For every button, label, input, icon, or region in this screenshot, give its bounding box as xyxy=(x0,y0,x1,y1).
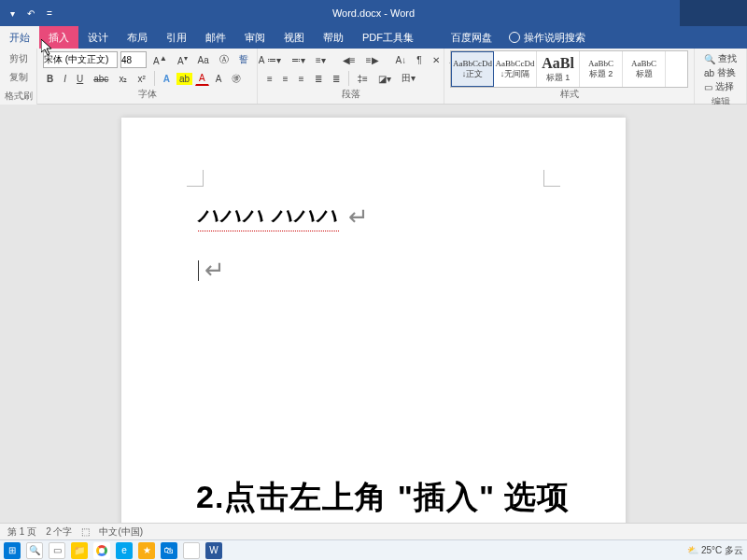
font-color-button[interactable]: A xyxy=(195,71,209,86)
status-words[interactable]: 2 个字 xyxy=(46,525,72,539)
quick-access-toolbar: ▾ ↶ = xyxy=(0,7,56,20)
align-left-button[interactable]: ≡ xyxy=(263,72,276,86)
minimize-button[interactable] xyxy=(680,0,713,26)
bulb-icon xyxy=(509,32,520,43)
line-spacing-button[interactable]: ‡≡ xyxy=(354,72,372,86)
borders-button[interactable]: 田▾ xyxy=(398,70,419,87)
clipboard-panel: 剪切 复制 格式刷 xyxy=(0,49,37,105)
highlight-button[interactable]: ab xyxy=(176,73,192,85)
multilevel-button[interactable]: ≡▾ xyxy=(312,53,330,67)
shading-button[interactable]: ◪▾ xyxy=(374,72,395,86)
find-button[interactable]: 🔍查找 xyxy=(704,52,737,65)
clear-format-button[interactable]: Ⓐ xyxy=(216,51,233,68)
undo-icon[interactable]: ↶ xyxy=(24,7,37,20)
styles-group-label: 样式 xyxy=(450,88,688,102)
edge-icon[interactable]: e xyxy=(116,542,133,559)
style-heading1[interactable]: AaBl 标题 1 xyxy=(537,51,580,87)
shrink-font-button[interactable]: A▾ xyxy=(174,51,191,68)
status-proof-icon[interactable]: ⬚ xyxy=(81,526,90,537)
style-no-spacing[interactable]: AaBbCcDd ↓无间隔 xyxy=(494,51,537,87)
editing-group: 🔍查找 ab替换 ▭选择 编辑 xyxy=(695,49,747,104)
store-icon[interactable]: 🛍 xyxy=(161,542,177,559)
styles-gallery[interactable]: AaBbCcDd ↓正文 AaBbCcDd ↓无间隔 AaBl 标题 1 AaB… xyxy=(450,50,688,88)
font-group-label: 字体 xyxy=(43,88,251,102)
cut-label[interactable]: 剪切 xyxy=(9,52,28,65)
decrease-indent-button[interactable]: ◀≡ xyxy=(339,53,359,67)
chrome-icon[interactable] xyxy=(93,542,110,559)
tell-me-search[interactable]: 操作说明搜索 xyxy=(501,31,585,45)
grow-font-button[interactable]: A▲ xyxy=(149,51,171,68)
underline-button[interactable]: U xyxy=(73,72,87,86)
copy-label[interactable]: 复制 xyxy=(9,71,28,84)
sort-button[interactable]: A↓ xyxy=(392,53,411,67)
explorer-icon[interactable]: 📁 xyxy=(71,542,88,559)
align-right-button[interactable]: ≡ xyxy=(295,72,308,86)
replace-icon: ab xyxy=(704,68,714,78)
bullets-button[interactable]: ≔▾ xyxy=(263,53,285,67)
page[interactable]: ハハハ ハハハ ↵ ↵ xyxy=(121,118,626,523)
tab-design[interactable]: 设计 xyxy=(78,26,118,49)
search-icon[interactable]: 🔍 xyxy=(26,542,43,559)
ribbon: A▲ A▾ Aa Ⓐ 誓 A B I U abc x₂ x² A ab A A … xyxy=(0,49,747,105)
tab-help[interactable]: 帮助 xyxy=(314,26,353,49)
bold-button[interactable]: B xyxy=(43,72,57,86)
distribute-button[interactable]: ≣ xyxy=(329,72,344,86)
enclose-button[interactable]: ㊝ xyxy=(228,70,245,87)
window-title: Word.docx - Word xyxy=(332,7,415,19)
tab-insert[interactable]: 插入 xyxy=(39,26,78,49)
replace-button[interactable]: ab替换 xyxy=(704,66,737,79)
tab-baidu[interactable]: 百度网盘 xyxy=(442,26,501,49)
phonetic-button[interactable]: 誓 xyxy=(235,51,252,68)
word-icon[interactable]: W xyxy=(205,542,222,559)
cursor-icon: ▭ xyxy=(704,82,712,92)
align-justify-button[interactable]: ≣ xyxy=(311,72,326,86)
margin-corner-tl xyxy=(187,170,204,187)
text-effects-button[interactable]: A xyxy=(160,72,174,86)
char-shading-button[interactable]: A xyxy=(212,72,226,86)
mail-icon[interactable] xyxy=(183,542,200,559)
document-area[interactable]: ハハハ ハハハ ↵ ↵ xyxy=(0,105,747,523)
change-case-button[interactable]: Aa xyxy=(194,53,213,67)
status-page[interactable]: 第 1 页 xyxy=(7,525,36,539)
style-normal[interactable]: AaBbCcDd ↓正文 xyxy=(451,51,494,87)
style-heading2[interactable]: AaBbC 标题 2 xyxy=(580,51,623,87)
show-marks-button[interactable]: ¶ xyxy=(413,53,425,67)
subscript-button[interactable]: x₂ xyxy=(115,72,131,86)
font-name-combo[interactable] xyxy=(43,51,118,68)
paragraph-mark-icon: ↵ xyxy=(204,256,225,285)
style-title[interactable]: AaBbC 标题 xyxy=(623,51,666,87)
taskbar: ⊞ 🔍 ▭ 📁 e ★ 🛍 W ⛅ 25°C 多云 xyxy=(0,539,747,560)
align-center-button[interactable]: ≡ xyxy=(279,72,292,86)
increase-indent-button[interactable]: ≡▶ xyxy=(362,53,383,67)
document-content[interactable]: ハハハ ハハハ ↵ ↵ xyxy=(198,202,549,285)
tab-layout[interactable]: 布局 xyxy=(118,26,157,49)
tab-view[interactable]: 视图 xyxy=(275,26,314,49)
tab-pdf[interactable]: PDF工具集 xyxy=(353,26,423,49)
redo-icon[interactable]: = xyxy=(43,7,56,20)
para-x-button[interactable]: ✕ xyxy=(429,53,444,67)
format-painter-label[interactable]: 格式刷 xyxy=(5,90,33,103)
qat-arrow-icon[interactable]: ▾ xyxy=(6,7,19,20)
text-run[interactable]: ハハハ ハハハ xyxy=(198,202,339,231)
margin-corner-tr xyxy=(543,170,560,187)
start-button[interactable]: ⊞ xyxy=(4,542,21,559)
font-size-combo[interactable] xyxy=(120,51,147,68)
app-icon[interactable]: ★ xyxy=(138,542,155,559)
tab-references[interactable]: 引用 xyxy=(157,26,196,49)
strike-button[interactable]: abc xyxy=(90,72,112,86)
tab-home[interactable]: 开始 xyxy=(0,26,39,49)
select-button[interactable]: ▭选择 xyxy=(704,80,737,93)
maximize-button[interactable] xyxy=(713,0,747,26)
tab-review[interactable]: 审阅 xyxy=(235,26,275,49)
font-group: A▲ A▾ Aa Ⓐ 誓 A B I U abc x₂ x² A ab A A … xyxy=(37,49,258,104)
weather-widget[interactable]: ⛅ 25°C 多云 xyxy=(687,544,743,557)
task-view-icon[interactable]: ▭ xyxy=(49,542,65,559)
italic-button[interactable]: I xyxy=(60,72,70,86)
superscript-button[interactable]: x² xyxy=(134,72,148,86)
system-tray: ⛅ 25°C 多云 xyxy=(687,544,743,557)
styles-group: AaBbCcDd ↓正文 AaBbCcDd ↓无间隔 AaBl 标题 1 AaB… xyxy=(444,49,695,104)
status-language[interactable]: 中文(中国) xyxy=(99,525,143,539)
tell-me-label: 操作说明搜索 xyxy=(524,31,585,45)
tab-mailings[interactable]: 邮件 xyxy=(196,26,235,49)
numbering-button[interactable]: ≕▾ xyxy=(288,53,309,67)
